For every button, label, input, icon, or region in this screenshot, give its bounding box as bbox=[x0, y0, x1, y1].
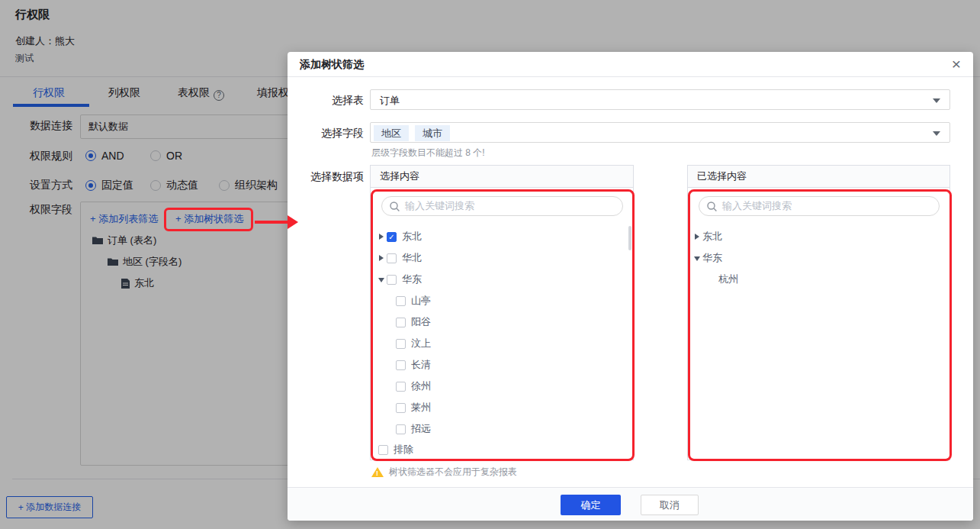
warning-icon bbox=[371, 467, 384, 477]
complex-report-warning: 树状筛选器不会应用于复杂报表 bbox=[371, 466, 517, 479]
field-limit-hint: 层级字段数目不能超过 8 个! bbox=[371, 147, 485, 160]
tree-item[interactable]: 东北 bbox=[688, 226, 949, 247]
select-table-label: 选择表 bbox=[288, 94, 364, 108]
exclude-label: 排除 bbox=[394, 443, 413, 456]
selected-items-panel: 已选择内容 输入关键词搜索 东北华东杭州 bbox=[687, 165, 950, 460]
checkbox[interactable] bbox=[396, 403, 406, 413]
field-tag-city[interactable]: 城市 bbox=[415, 125, 450, 141]
close-icon[interactable]: × bbox=[952, 54, 961, 74]
checkbox[interactable] bbox=[378, 445, 388, 455]
checkbox[interactable] bbox=[396, 382, 406, 392]
search-placeholder: 输入关键词搜索 bbox=[405, 199, 474, 213]
available-search-input[interactable]: 输入关键词搜索 bbox=[381, 196, 623, 216]
selected-panel-header: 已选择内容 bbox=[687, 165, 950, 188]
tree-item-label: 阳谷 bbox=[411, 315, 431, 329]
tree-item-label: 东北 bbox=[402, 230, 422, 244]
tree-item[interactable]: 招远 bbox=[371, 418, 633, 440]
tree-item[interactable]: ✓东北 bbox=[371, 226, 633, 247]
checkbox[interactable]: ✓ bbox=[387, 232, 397, 242]
exclude-option[interactable]: 排除 bbox=[371, 440, 413, 460]
table-select[interactable]: 订单 bbox=[370, 89, 950, 110]
tree-item-label: 徐州 bbox=[411, 379, 431, 393]
tree-item[interactable]: 徐州 bbox=[371, 376, 633, 397]
select-data-label: 选择数据项 bbox=[288, 170, 364, 184]
field-select[interactable]: 地区 城市 bbox=[370, 122, 950, 143]
tree-item-label: 莱州 bbox=[411, 401, 431, 414]
add-tree-filter-dialog: 添加树状筛选 × 选择表 订单 选择字段 地区 城市 层级字段数目不能超过 8 … bbox=[288, 52, 973, 521]
search-placeholder: 输入关键词搜索 bbox=[722, 199, 792, 213]
expand-icon[interactable] bbox=[378, 253, 387, 263]
tree-item[interactable]: 阳谷 bbox=[371, 311, 633, 333]
tree-item[interactable]: 华东 bbox=[371, 269, 633, 290]
available-items-panel: 选择内容 输入关键词搜索 ✓东北华北华东山亭阳谷汶上长清徐州莱州招远 排除 bbox=[370, 165, 634, 460]
collapse-icon[interactable] bbox=[378, 275, 387, 284]
expand-icon[interactable] bbox=[693, 232, 702, 241]
dialog-title: 添加树状筛选 bbox=[300, 58, 364, 72]
tree-item-label: 华北 bbox=[402, 251, 422, 265]
ok-button[interactable]: 确定 bbox=[561, 495, 621, 515]
caret-down-icon bbox=[933, 98, 940, 103]
tree-item[interactable]: 杭州 bbox=[688, 269, 949, 290]
select-field-label: 选择字段 bbox=[288, 127, 364, 140]
dialog-footer: 确定 取消 bbox=[288, 487, 973, 521]
expand-icon[interactable] bbox=[378, 232, 387, 241]
collapse-icon[interactable] bbox=[693, 253, 702, 263]
checkbox[interactable] bbox=[396, 424, 406, 434]
tree-item-label: 汶上 bbox=[411, 337, 431, 350]
checkbox[interactable] bbox=[387, 253, 397, 263]
tree-item[interactable]: 华东 bbox=[688, 247, 949, 269]
field-tag-region[interactable]: 地区 bbox=[374, 125, 409, 141]
warning-text: 树状筛选器不会应用于复杂报表 bbox=[389, 466, 517, 479]
tree-item-label: 华东 bbox=[702, 251, 722, 265]
dialog-header: 添加树状筛选 × bbox=[288, 52, 973, 77]
selected-tree: 东北华东杭州 bbox=[688, 226, 949, 290]
tree-item-label: 山亭 bbox=[411, 294, 431, 308]
checkbox[interactable] bbox=[396, 360, 406, 370]
scrollbar-thumb[interactable] bbox=[628, 226, 631, 250]
search-icon bbox=[390, 202, 400, 211]
cancel-button[interactable]: 取消 bbox=[641, 495, 699, 515]
selected-search-input[interactable]: 输入关键词搜索 bbox=[699, 196, 940, 216]
tree-item-label: 东北 bbox=[702, 230, 722, 244]
tree-item[interactable]: 山亭 bbox=[371, 290, 633, 311]
tree-item-label: 杭州 bbox=[718, 273, 738, 286]
checkbox[interactable] bbox=[396, 339, 406, 349]
search-icon bbox=[707, 202, 717, 211]
checkbox[interactable] bbox=[396, 296, 406, 306]
available-tree: ✓东北华北华东山亭阳谷汶上长清徐州莱州招远 bbox=[371, 226, 633, 440]
caret-down-icon bbox=[933, 131, 940, 136]
tree-item[interactable]: 华北 bbox=[371, 247, 633, 269]
tree-item-label: 华东 bbox=[402, 273, 422, 286]
available-panel-content: 输入关键词搜索 ✓东北华北华东山亭阳谷汶上长清徐州莱州招远 排除 bbox=[370, 188, 634, 460]
tree-item[interactable]: 汶上 bbox=[371, 333, 633, 354]
tree-item-label: 长清 bbox=[411, 358, 431, 372]
tree-item[interactable]: 长清 bbox=[371, 354, 633, 376]
table-select-value: 订单 bbox=[380, 94, 400, 108]
available-panel-header: 选择内容 bbox=[370, 165, 634, 188]
selected-panel-content: 输入关键词搜索 东北华东杭州 bbox=[687, 188, 950, 460]
checkbox[interactable] bbox=[387, 275, 397, 285]
field-tags: 地区 城市 bbox=[374, 125, 450, 141]
checkbox[interactable] bbox=[396, 318, 406, 327]
tree-item[interactable]: 莱州 bbox=[371, 397, 633, 418]
tree-item-label: 招远 bbox=[411, 422, 431, 436]
